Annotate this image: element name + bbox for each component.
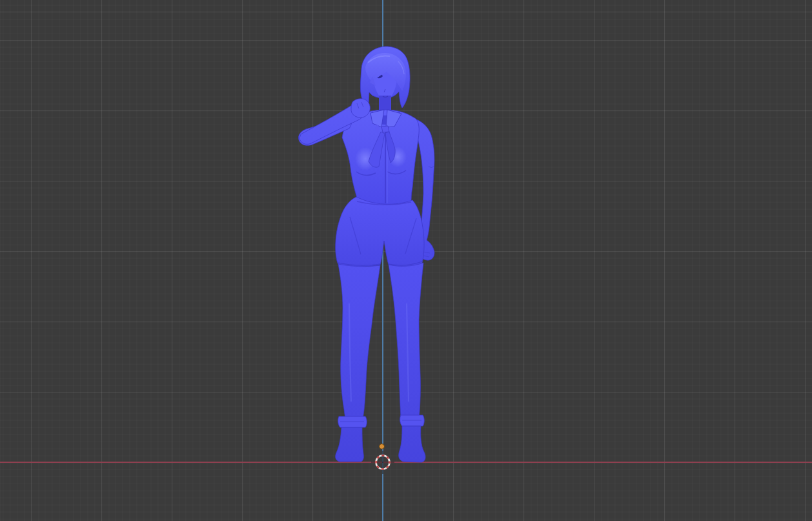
3d-viewport[interactable] [0,0,812,521]
3d-cursor [370,449,396,475]
model-legs [338,263,423,420]
model-torso [342,110,419,207]
model-shorts [336,197,424,267]
object-origin-point [379,444,385,449]
selected-character-model[interactable] [284,39,452,471]
3d-cursor-crosshair [371,451,394,474]
